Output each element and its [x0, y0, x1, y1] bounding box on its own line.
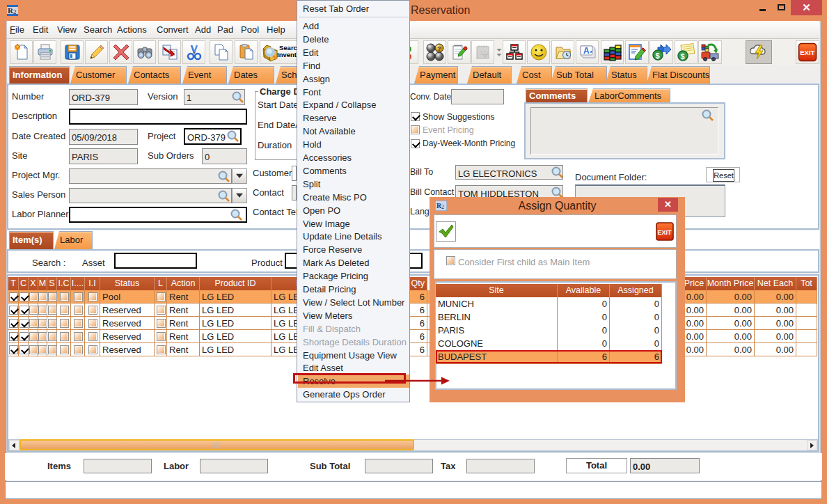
- svg-text:EXIT: EXIT: [800, 49, 814, 56]
- svg-text:EXIT: EXIT: [658, 229, 672, 236]
- svg-text:2: 2: [13, 8, 17, 15]
- svg-text:?: ?: [437, 45, 441, 52]
- svg-text:$: $: [680, 52, 684, 61]
- svg-text:$: $: [656, 52, 660, 60]
- svg-text:A: A: [583, 46, 590, 56]
